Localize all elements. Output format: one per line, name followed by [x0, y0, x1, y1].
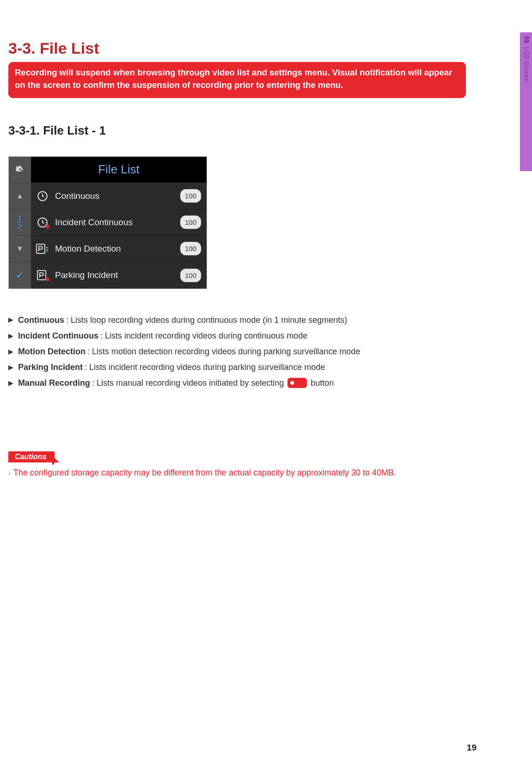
parking-motion-icon	[36, 242, 49, 256]
description-item: ▶ Motion Detection : Lists motion detect…	[8, 344, 477, 359]
description-item: ▶ Parking Incident : Lists incident reco…	[8, 359, 477, 375]
count-badge: 100	[180, 216, 201, 229]
description-text: : Lists incident recording videos during…	[85, 359, 325, 375]
clock-icon	[36, 189, 49, 203]
scroll-up-button[interactable]: ▲	[9, 183, 31, 209]
record-button-icon	[287, 378, 307, 388]
description-text: : Lists loop recording videos during con…	[66, 312, 347, 328]
device-screenshot: ▲ 1 2 ▼ ✓ File List Continuous 100	[8, 156, 207, 289]
description-item: ▶ Incident Continuous : Lists incident r…	[8, 328, 477, 344]
clock-alert-icon: ✱	[36, 216, 49, 229]
chapter-title-text: LCD Screen	[523, 47, 530, 82]
list-item-label: Incident Continuous	[55, 217, 175, 228]
description-text: : Lists incident recording videos during…	[100, 328, 307, 344]
cautions-label: Cautions	[8, 451, 55, 462]
bullet-circle-icon: ◦	[8, 469, 11, 477]
description-term: Incident Continuous	[18, 328, 98, 344]
cautions-section: Cautions ◦The configured storage capacit…	[8, 451, 477, 478]
chapter-tab-label: 03 LCD Screen	[523, 36, 530, 82]
triangle-down-icon: ▼	[16, 245, 24, 253]
count-badge: 100	[180, 242, 201, 255]
device-screen-title: File List	[31, 157, 207, 183]
confirm-button[interactable]: ✓	[9, 262, 31, 289]
list-item-incident-continuous[interactable]: ✱ Incident Continuous 100	[31, 209, 207, 236]
caution-line: ◦The configured storage capacity may be …	[8, 468, 477, 478]
subsection-title: 3-3-1. File List - 1	[8, 123, 477, 138]
page-current: 1	[18, 215, 22, 221]
description-term: Motion Detection	[18, 344, 86, 359]
fraction-line-icon	[17, 222, 23, 222]
bullet-triangle-icon: ▶	[8, 361, 13, 374]
device-main-column: File List Continuous 100 ✱ Incident Cont…	[31, 157, 207, 289]
description-item: ▶ Continuous : Lists loop recording vide…	[8, 312, 477, 328]
bullet-triangle-icon: ▶	[8, 377, 13, 389]
count-badge: 100	[180, 189, 201, 203]
description-term: Continuous	[18, 312, 64, 328]
list-item-label: Continuous	[55, 191, 175, 201]
bullet-triangle-icon: ▶	[8, 330, 13, 342]
triangle-up-icon: ▲	[16, 192, 24, 200]
bullet-triangle-icon: ▶	[8, 345, 13, 358]
list-item-motion-detection[interactable]: Motion Detection 100	[31, 236, 207, 262]
bullet-triangle-icon: ▶	[8, 314, 13, 326]
description-text-b: button	[311, 375, 334, 391]
warning-banner: Recording will suspend when browsing thr…	[8, 62, 466, 98]
back-button[interactable]	[9, 157, 31, 183]
page-indicator: 1 2	[9, 209, 31, 236]
page-number: 19	[467, 743, 477, 753]
list-item-label: Motion Detection	[55, 244, 175, 254]
caution-text: The configured storage capacity may be d…	[13, 468, 396, 477]
description-term: Manual Recording	[18, 375, 90, 391]
count-badge: 100	[180, 269, 201, 282]
description-term: Parking Incident	[18, 359, 83, 375]
description-item: ▶ Manual Recording : Lists manual record…	[8, 375, 477, 391]
description-text-a: : Lists manual recording videos initiate…	[92, 375, 284, 391]
chapter-number: 03	[523, 36, 530, 43]
list-item-label: Parking Incident	[55, 270, 175, 280]
section-title: 3-3. File List	[8, 39, 477, 57]
description-text: : Lists motion detection recording video…	[87, 344, 360, 359]
page-total: 2	[18, 223, 22, 230]
list-item-continuous[interactable]: Continuous 100	[31, 183, 207, 209]
check-icon: ✓	[15, 269, 24, 282]
description-list: ▶ Continuous : Lists loop recording vide…	[8, 312, 477, 391]
scroll-down-button[interactable]: ▼	[9, 236, 31, 262]
list-item-parking-incident[interactable]: ✱ Parking Incident 100	[31, 262, 207, 289]
back-arrow-icon	[14, 164, 26, 176]
device-nav-column: ▲ 1 2 ▼ ✓	[9, 157, 31, 289]
parking-alert-icon: ✱	[36, 268, 49, 282]
